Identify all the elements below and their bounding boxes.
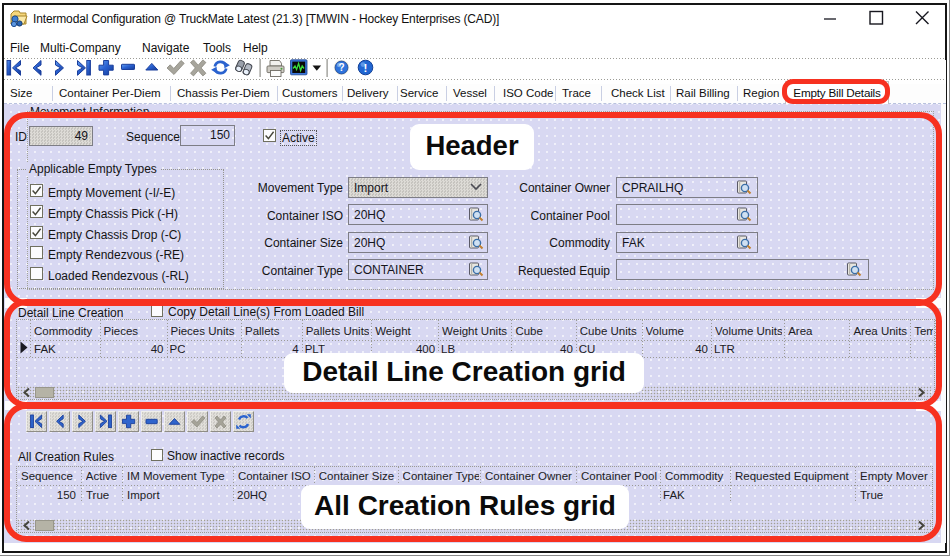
svg-text:?: ? bbox=[338, 62, 344, 73]
svg-text:!: ! bbox=[364, 62, 368, 74]
